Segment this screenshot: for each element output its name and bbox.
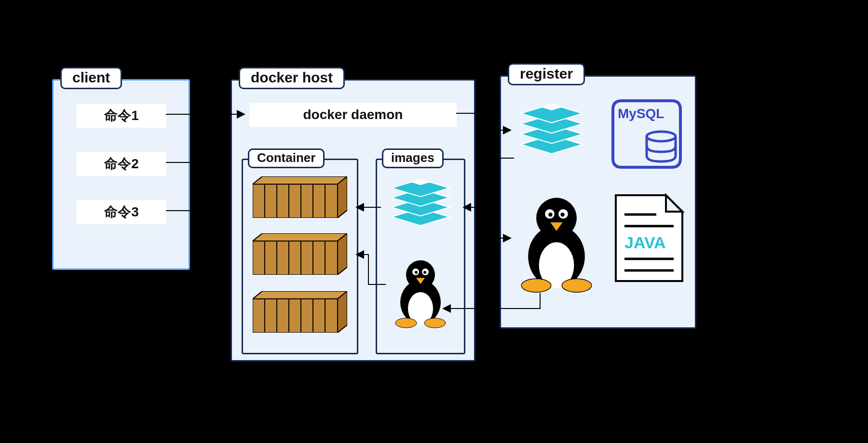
client-command-3: 命令3 [77,200,166,224]
java-label: JAVA [624,233,666,252]
docker-host-title: docker host [239,67,345,89]
container-crate-3 [253,291,347,333]
mysql-label: MySQL [618,106,664,121]
register-tux-icon [515,192,597,294]
svg-point-37 [406,260,435,289]
svg-point-40 [415,271,418,274]
svg-marker-2 [338,176,347,218]
svg-point-59 [521,279,551,292]
svg-marker-21 [253,291,347,299]
docker-host-panel: docker host docker daemon Container [231,79,475,362]
java-file-icon: JAVA [613,192,685,284]
register-layers-icon [515,104,588,161]
svg-point-43 [395,318,417,328]
svg-point-41 [423,271,426,274]
container-subpanel: Container [242,159,358,354]
images-subpanel: images [376,159,465,354]
layers-icon [387,179,454,232]
images-title: images [382,148,444,168]
container-crate-2 [253,233,347,275]
docker-daemon-box: docker daemon [249,103,457,127]
svg-marker-62 [666,195,682,212]
svg-marker-11 [253,233,347,241]
mysql-icon: MySQL [608,98,685,170]
svg-point-57 [560,213,564,216]
tux-icon [392,256,449,329]
container-title: Container [248,148,325,168]
svg-point-56 [548,213,552,216]
register-title: register [508,63,585,85]
client-panel: client 命令1 命令2 命令3 [52,79,190,270]
svg-point-50 [647,132,676,141]
diagram-stage: { "client": { "title": "client", "comman… [0,0,868,443]
register-panel: register MySQL JAVA [500,75,696,329]
svg-point-53 [536,198,577,238]
client-command-2: 命令2 [77,152,166,176]
svg-point-60 [562,279,592,292]
svg-marker-22 [338,291,347,333]
svg-marker-12 [338,233,347,275]
client-command-1: 命令1 [77,104,166,128]
client-title: client [60,67,122,89]
container-crate-1 [253,176,347,218]
svg-marker-1 [253,176,347,184]
svg-point-44 [424,318,446,328]
